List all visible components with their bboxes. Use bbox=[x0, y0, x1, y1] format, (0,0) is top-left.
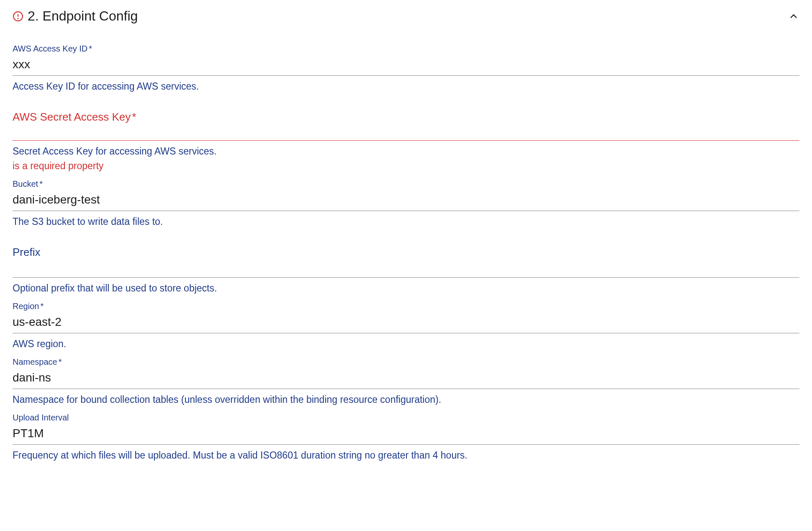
required-mark: * bbox=[40, 302, 44, 311]
required-mark: * bbox=[89, 44, 92, 53]
prefix-label: Prefix bbox=[13, 246, 799, 259]
prefix-helper: Optional prefix that will be used to sto… bbox=[13, 283, 799, 294]
svg-point-2 bbox=[18, 18, 18, 18]
section-header-left: 2. Endpoint Config bbox=[13, 8, 138, 24]
required-mark: * bbox=[132, 111, 136, 123]
label-text: Prefix bbox=[13, 246, 40, 258]
alert-circle-icon bbox=[13, 11, 23, 22]
field-aws-secret-access-key: AWS Secret Access Key* Secret Access Key… bbox=[13, 111, 799, 172]
field-prefix: Prefix Optional prefix that will be used… bbox=[13, 246, 799, 294]
label-text: AWS Secret Access Key bbox=[13, 111, 131, 123]
prefix-input[interactable] bbox=[13, 259, 799, 278]
region-helper: AWS region. bbox=[13, 338, 799, 350]
label-text: Bucket bbox=[13, 179, 38, 188]
label-text: Region bbox=[13, 302, 39, 311]
aws-secret-access-key-error: is a required property bbox=[13, 160, 799, 172]
field-region: Region* AWS region. bbox=[13, 302, 799, 350]
section-header[interactable]: 2. Endpoint Config bbox=[13, 8, 799, 24]
namespace-label: Namespace* bbox=[13, 357, 799, 367]
aws-access-key-id-label: AWS Access Key ID* bbox=[13, 44, 799, 54]
chevron-up-icon[interactable] bbox=[788, 10, 799, 22]
region-label: Region* bbox=[13, 302, 799, 311]
aws-secret-access-key-helper: Secret Access Key for accessing AWS serv… bbox=[13, 146, 799, 157]
field-upload-interval: Upload Interval Frequency at which files… bbox=[13, 413, 799, 461]
upload-interval-helper: Frequency at which files will be uploade… bbox=[13, 450, 799, 461]
required-mark: * bbox=[59, 357, 62, 366]
label-text: AWS Access Key ID bbox=[13, 44, 87, 53]
upload-interval-label: Upload Interval bbox=[13, 413, 799, 423]
region-input[interactable] bbox=[13, 312, 799, 333]
bucket-input[interactable] bbox=[13, 190, 799, 211]
required-mark: * bbox=[39, 179, 43, 188]
aws-access-key-id-helper: Access Key ID for accessing AWS services… bbox=[13, 81, 799, 92]
aws-access-key-id-input[interactable] bbox=[13, 54, 799, 76]
field-bucket: Bucket* The S3 bucket to write data file… bbox=[13, 179, 799, 227]
bucket-label: Bucket* bbox=[13, 179, 799, 189]
field-namespace: Namespace* Namespace for bound collectio… bbox=[13, 357, 799, 405]
namespace-helper: Namespace for bound collection tables (u… bbox=[13, 394, 799, 405]
field-aws-access-key-id: AWS Access Key ID* Access Key ID for acc… bbox=[13, 44, 799, 92]
label-text: Namespace bbox=[13, 357, 57, 366]
bucket-helper: The S3 bucket to write data files to. bbox=[13, 216, 799, 227]
aws-secret-access-key-label: AWS Secret Access Key* bbox=[13, 111, 799, 124]
section-title: 2. Endpoint Config bbox=[28, 8, 138, 24]
label-text: Upload Interval bbox=[13, 413, 69, 422]
upload-interval-input[interactable] bbox=[13, 423, 799, 445]
namespace-input[interactable] bbox=[13, 368, 799, 389]
aws-secret-access-key-input[interactable] bbox=[13, 124, 799, 141]
